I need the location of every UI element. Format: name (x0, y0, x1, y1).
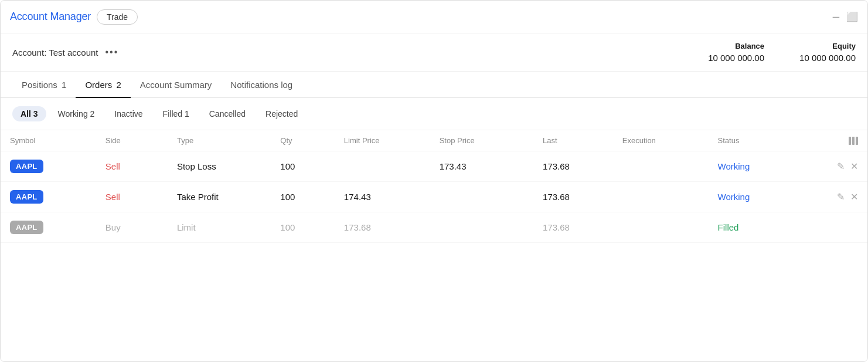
cell-type: Stop Loss (168, 151, 271, 182)
table-row: AAPL Sell Take Profit 100 174.43 173.68 … (1, 182, 867, 212)
orders-table: Symbol Side Type Qty Limit Price Stop Pr… (1, 130, 867, 361)
cell-execution (613, 151, 709, 182)
cell-qty: 100 (271, 182, 335, 212)
balance-label: Balance (708, 42, 764, 50)
account-label: Account: Test account (12, 48, 98, 57)
col-header-status: Status (709, 130, 804, 151)
cell-status: Working (709, 151, 804, 182)
cell-actions: ✎ ✕ (804, 182, 867, 212)
balance-value: 10 000 000.00 (708, 53, 764, 63)
cell-status: Working (709, 182, 804, 212)
col-header-last: Last (533, 130, 613, 151)
columns-settings-icon[interactable] (813, 137, 858, 145)
subtab-all[interactable]: All 3 (12, 106, 46, 121)
cell-side: Buy (96, 212, 168, 243)
sub-tabs: All 3 Working 2 Inactive Filled 1 Cancel… (1, 98, 867, 130)
tab-account-summary[interactable]: Account Summary (131, 72, 222, 98)
table-row: AAPL Sell Stop Loss 100 173.43 173.68 Wo… (1, 151, 867, 182)
cell-last: 173.68 (533, 212, 613, 243)
cell-execution (613, 182, 709, 212)
cell-stop-price: 173.43 (430, 151, 533, 182)
maximize-button[interactable]: ⬜ (846, 12, 858, 22)
app-window: Account Manager Trade ─ ⬜ Account: Test … (0, 0, 868, 362)
tab-orders[interactable]: Orders 2 (76, 72, 130, 98)
col-header-type: Type (168, 130, 271, 151)
cell-actions: ✎ ✕ (804, 151, 867, 182)
col-header-side: Side (96, 130, 168, 151)
col-header-qty: Qty (271, 130, 335, 151)
cell-side: Sell (96, 182, 168, 212)
cell-actions (804, 212, 867, 243)
cell-side: Sell (96, 151, 168, 182)
equity-label: Equity (799, 42, 856, 50)
cell-limit-price: 173.68 (335, 212, 430, 243)
subtab-working[interactable]: Working 2 (50, 106, 103, 121)
cell-limit-price (335, 151, 430, 182)
cell-last: 173.68 (533, 151, 613, 182)
cell-limit-price: 174.43 (335, 182, 430, 212)
cancel-icon[interactable]: ✕ (850, 192, 858, 202)
cell-qty: 100 (271, 151, 335, 182)
trade-button[interactable]: Trade (97, 9, 138, 25)
cell-status: Filled (709, 212, 804, 243)
col-header-actions[interactable] (804, 130, 867, 151)
cell-type: Take Profit (168, 182, 271, 212)
subtab-cancelled[interactable]: Cancelled (201, 106, 254, 121)
equity-metric: Equity 10 000 000.00 (799, 42, 856, 63)
equity-value: 10 000 000.00 (799, 53, 856, 63)
window-controls: ─ ⬜ (833, 12, 858, 22)
col-header-limit-price: Limit Price (335, 130, 430, 151)
tab-notifications-log[interactable]: Notifications log (221, 72, 302, 98)
col-header-symbol: Symbol (1, 130, 96, 151)
cell-execution (613, 212, 709, 243)
tab-positions[interactable]: Positions 1 (12, 72, 76, 98)
subtab-rejected[interactable]: Rejected (257, 106, 306, 121)
cell-symbol: AAPL (1, 182, 96, 212)
edit-icon[interactable]: ✎ (837, 192, 845, 202)
cell-qty: 100 (271, 212, 335, 243)
cell-type: Limit (168, 212, 271, 243)
cell-symbol: AAPL (1, 151, 96, 182)
cancel-icon[interactable]: ✕ (850, 162, 858, 171)
col-header-execution: Execution (613, 130, 709, 151)
cell-stop-price (430, 182, 533, 212)
col-header-stop-price: Stop Price (430, 130, 533, 151)
title-bar: Account Manager Trade ─ ⬜ (1, 1, 867, 33)
account-menu-button[interactable]: ••• (105, 47, 118, 57)
app-title: Account Manager (10, 11, 91, 23)
account-bar: Account: Test account ••• Balance 10 000… (1, 33, 867, 72)
main-tabs: Positions 1 Orders 2 Account Summary Not… (1, 72, 867, 98)
minimize-button[interactable]: ─ (833, 12, 839, 22)
account-metrics: Balance 10 000 000.00 Equity 10 000 000.… (708, 42, 856, 63)
cell-last: 173.68 (533, 182, 613, 212)
edit-icon[interactable]: ✎ (837, 162, 845, 171)
table-row: AAPL Buy Limit 100 173.68 173.68 Filled (1, 212, 867, 243)
subtab-inactive[interactable]: Inactive (106, 106, 151, 121)
subtab-filled[interactable]: Filled 1 (155, 106, 198, 121)
balance-metric: Balance 10 000 000.00 (708, 42, 764, 63)
cell-symbol: AAPL (1, 212, 96, 243)
cell-stop-price (430, 212, 533, 243)
